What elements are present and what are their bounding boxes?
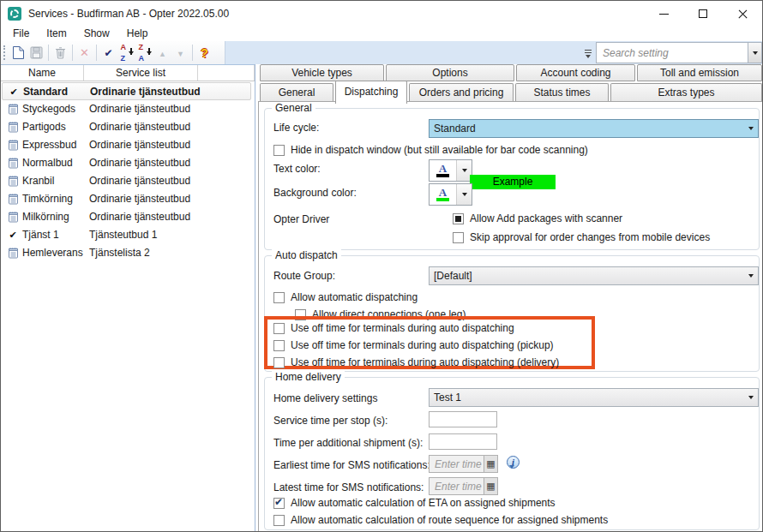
sort-az-button[interactable]: [117, 44, 135, 63]
earliest-sms-input[interactable]: [430, 456, 484, 472]
delete-button[interactable]: [51, 44, 69, 63]
save-button[interactable]: [27, 44, 45, 63]
minimize-button[interactable]: [644, 1, 683, 27]
table-row[interactable]: Normalbud Ordinarie tjänsteutbud: [2, 154, 251, 172]
table-row[interactable]: Standard Ordinarie tjänsteutbud: [2, 82, 251, 100]
tab-options[interactable]: Options: [386, 64, 514, 81]
check-icon: [6, 229, 20, 241]
window-title: Services - Budfirman AB - Opter 2022.05.…: [28, 1, 229, 27]
move-up-button[interactable]: [153, 44, 171, 63]
search-input[interactable]: [597, 43, 748, 63]
close-button[interactable]: [723, 1, 762, 27]
tab-vehicle-types[interactable]: Vehicle types: [260, 64, 384, 81]
checkbox-label: Allow automatic dispatching: [291, 291, 418, 303]
sort-za-button[interactable]: [135, 44, 153, 63]
time-picker-grid-icon[interactable]: [484, 456, 497, 472]
skip-approval-checkbox[interactable]: Skip approval for order changes from mob…: [453, 230, 710, 244]
tab-general[interactable]: General: [260, 83, 333, 102]
checkbox-unchecked[interactable]: [273, 340, 285, 351]
new-document-button[interactable]: [9, 44, 27, 63]
checkbox-indeterminate[interactable]: [453, 213, 464, 224]
tab-toll-and-emission[interactable]: Toll and emission: [637, 64, 762, 81]
font-color-icon[interactable]: A: [430, 160, 457, 181]
tab-account-coding[interactable]: Account coding: [516, 64, 635, 81]
checkbox-unchecked[interactable]: [273, 323, 285, 334]
hide-in-dispatch-checkbox[interactable]: Hide in dispatch window (but still avail…: [273, 143, 588, 157]
allow-direct-connections-checkbox[interactable]: Allow direct connections (one leg): [295, 308, 466, 321]
tab-dispatching[interactable]: Dispatching: [335, 81, 407, 104]
row-service-list: Ordinarie tjänsteutbud: [89, 154, 190, 172]
time-picker-grid-icon[interactable]: [484, 478, 497, 494]
checkbox-unchecked[interactable]: [295, 309, 306, 320]
checkbox-unchecked[interactable]: [273, 357, 285, 368]
row-service-list: Ordinarie tjänsteutbud: [89, 190, 190, 208]
latest-sms-label: Latest time for SMS notifications:: [273, 481, 424, 493]
home-delivery-settings-value: Test 1: [430, 392, 743, 403]
menu-show[interactable]: Show: [75, 27, 118, 41]
maximize-button[interactable]: [683, 1, 723, 27]
search-dropdown-button[interactable]: [748, 43, 761, 63]
home-delivery-settings-combobox[interactable]: Test 1: [429, 388, 759, 407]
time-per-additional-input[interactable]: [429, 433, 497, 450]
tab-status-times[interactable]: Status times: [515, 83, 609, 102]
cancel-icon: [80, 46, 89, 59]
menu-item[interactable]: Item: [38, 27, 75, 41]
table-row[interactable]: Timkörning Ordinarie tjänsteutbud: [2, 190, 251, 208]
table-row[interactable]: Kranbil Ordinarie tjänsteutbud: [2, 172, 251, 190]
app-window: Services - Budfirman AB - Opter 2022.05.…: [0, 0, 763, 532]
table-row[interactable]: Styckegods Ordinarie tjänsteutbud: [2, 100, 251, 118]
row-service-list: Tjänstelista 2: [89, 244, 150, 262]
info-icon[interactable]: [507, 456, 520, 469]
down-arrow-icon: [177, 47, 184, 59]
cancel-button[interactable]: [75, 44, 93, 63]
table-row[interactable]: Partigods Ordinarie tjänsteutbud: [2, 118, 251, 136]
menu-file[interactable]: File: [4, 27, 38, 41]
table-row[interactable]: Expressbud Ordinarie tjänsteutbud: [2, 136, 251, 154]
toolbar-overflow-icon[interactable]: [585, 50, 592, 51]
background-color-dropdown[interactable]: [457, 184, 472, 205]
checkbox-unchecked[interactable]: [453, 232, 464, 243]
eta-calculation-checkbox[interactable]: Allow automatic calculation of ETA on as…: [273, 496, 556, 510]
off-time-delivery-checkbox[interactable]: Use off time for terminals during auto d…: [273, 356, 559, 369]
checkbox-checked[interactable]: [273, 498, 285, 509]
table-row[interactable]: Tjänst 1 Tjänsteutbud 1: [2, 226, 251, 244]
life-cycle-combobox[interactable]: Standard: [429, 119, 759, 138]
notepad-icon: [6, 247, 20, 261]
checkbox-unchecked[interactable]: [273, 292, 285, 303]
route-group-combobox[interactable]: [Default]: [429, 266, 759, 285]
tab-extras-types[interactable]: Extras types: [610, 83, 762, 102]
table-row[interactable]: Milkörning Ordinarie tjänsteutbud: [2, 208, 251, 226]
row-name: Standard: [23, 83, 68, 101]
route-sequence-calculation-checkbox[interactable]: Allow automatic calculation of route seq…: [273, 513, 608, 527]
menu-help[interactable]: Help: [118, 27, 157, 41]
font-color-icon[interactable]: A: [430, 184, 457, 205]
column-header-service-list[interactable]: Service list: [84, 65, 198, 81]
toolbar-grip[interactable]: [3, 45, 6, 60]
checkbox-unchecked[interactable]: [273, 515, 285, 526]
move-down-button[interactable]: [171, 44, 189, 63]
earliest-sms-timebox: [429, 455, 498, 473]
checkbox-label: Use off time for terminals during auto d…: [291, 339, 554, 351]
help-icon: [201, 46, 208, 60]
notepad-icon: [6, 103, 20, 117]
check-icon: [7, 86, 21, 98]
column-header-name[interactable]: Name: [1, 65, 84, 81]
off-time-checkbox[interactable]: Use off time for terminals during auto d…: [273, 321, 514, 335]
apply-button[interactable]: [99, 44, 117, 63]
toolbar-separator: [48, 45, 49, 61]
off-time-pickup-checkbox[interactable]: Use off time for terminals during auto d…: [273, 338, 554, 352]
allow-add-packages-checkbox[interactable]: Allow Add packages with scanner: [453, 212, 622, 225]
checkbox-unchecked[interactable]: [273, 145, 285, 156]
table-row[interactable]: Hemleverans Tjänstelista 2: [2, 244, 251, 262]
service-time-input[interactable]: [429, 411, 497, 427]
tab-orders-and-pricing[interactable]: Orders and pricing: [409, 83, 514, 102]
help-button[interactable]: [195, 44, 213, 63]
latest-sms-input[interactable]: [430, 478, 484, 494]
toolbar-separator: [72, 45, 73, 61]
table-header: Name Service list: [1, 65, 255, 81]
toolbar-separator: [192, 45, 193, 61]
notepad-icon: [6, 175, 20, 189]
window-controls: [644, 1, 762, 27]
settings-pane: Vehicle types Options Account coding Tol…: [258, 64, 763, 532]
allow-automatic-dispatching-checkbox[interactable]: Allow automatic dispatching: [273, 290, 418, 304]
